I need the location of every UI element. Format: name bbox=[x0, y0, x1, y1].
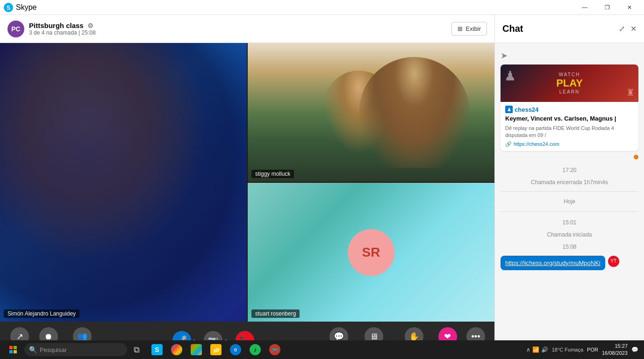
title-bar: S Skype — ❐ ✕ bbox=[0, 0, 644, 15]
close-chat-button[interactable]: ✕ bbox=[630, 24, 637, 33]
minimize-button[interactable]: — bbox=[574, 0, 595, 15]
participant-name-bottom-right: stuart rosenberg bbox=[251, 309, 300, 318]
divider-1 bbox=[501, 191, 638, 192]
chrome-taskbar-icon bbox=[171, 344, 182, 355]
titlebar-controls: — ❐ ✕ bbox=[574, 0, 640, 15]
app-container: PC Pittsburgh class ⚙ 3 de 4 na chamada … bbox=[0, 15, 644, 359]
video-tile-main: Simón Alejandro Languidey bbox=[0, 43, 247, 322]
taskbar-search[interactable]: 🔍 Pesquisar bbox=[24, 343, 127, 356]
chess-ad-image: WATCH PLAY LEARN ♟ ♜ bbox=[501, 65, 638, 102]
call-status: 3 de 4 na chamada | 25:08 bbox=[29, 29, 96, 36]
taskbar-right: ∧ 📶 🔊 18°C Fumaça POR 15:27 16/08/2023 💬 bbox=[526, 343, 642, 357]
call-header-left: PC Pittsburgh class ⚙ 3 de 4 na chamada … bbox=[7, 21, 96, 37]
chat-panel: Chat ⤢ ✕ ➤ WATCH PLAY LEARN ♟ ♜ bbox=[494, 15, 644, 359]
time-label-2: 15:01 bbox=[501, 219, 638, 226]
call-status-2: Chamada iniciada bbox=[501, 231, 638, 238]
taskbar-spotify-app[interactable]: ♪ bbox=[246, 340, 265, 359]
chess24-icon: ♟ bbox=[505, 106, 513, 113]
expand-chat-button[interactable]: ⤢ bbox=[619, 24, 625, 33]
taskbar-store-app[interactable] bbox=[187, 340, 206, 359]
chess-ad-title: Keymer, Vincent vs. Carlsen, Magnus | bbox=[505, 115, 634, 123]
date-label: Hoje bbox=[501, 197, 638, 206]
language-indicator: POR bbox=[587, 347, 598, 352]
start-button[interactable] bbox=[2, 340, 24, 359]
video-bg-right-bottom: SR bbox=[248, 183, 494, 322]
call-area: PC Pittsburgh class ⚙ 3 de 4 na chamada … bbox=[0, 15, 494, 359]
store-taskbar-icon bbox=[191, 344, 202, 355]
skype-logo-icon: S bbox=[4, 3, 13, 12]
search-icon: 🔍 bbox=[29, 346, 37, 353]
network-icon[interactable]: 📶 bbox=[532, 346, 539, 353]
task-view-icon: ⧉ bbox=[134, 345, 140, 355]
skype-taskbar-icon: S bbox=[151, 344, 163, 355]
participant-name-top-right: stiggy molluck bbox=[251, 170, 294, 178]
chess-ad-link[interactable]: 🔗 https://chess24.com bbox=[505, 141, 634, 147]
chat-messages: ➤ WATCH PLAY LEARN ♟ ♜ ♟ chess24 K bbox=[495, 43, 644, 339]
video-grid: Simón Alejandro Languidey stiggy molluck… bbox=[0, 43, 494, 322]
call-status-1: Chamada encerrada 1h7min4s bbox=[501, 179, 638, 186]
call-header: PC Pittsburgh class ⚙ 3 de 4 na chamada … bbox=[0, 15, 494, 43]
send-icon-area: ➤ bbox=[501, 49, 508, 61]
spotify-taskbar-icon: ♪ bbox=[250, 344, 261, 355]
taskbar-skype-app[interactable]: S bbox=[148, 340, 166, 359]
edge-taskbar-icon: e bbox=[230, 344, 241, 355]
call-info: Pittsburgh class ⚙ 3 de 4 na chamada | 2… bbox=[29, 22, 96, 36]
gear-icon[interactable]: ⚙ bbox=[87, 22, 93, 29]
svg-rect-4 bbox=[9, 350, 13, 353]
taskbar-chrome-app[interactable] bbox=[167, 340, 186, 359]
message-avatar: YT bbox=[608, 256, 619, 267]
link-icon: 🔗 bbox=[505, 141, 512, 147]
avatar: PC bbox=[7, 21, 24, 37]
taskbar-apps: S 📁 e ♪ 🎮 bbox=[148, 340, 284, 359]
search-text: Pesquisar bbox=[40, 346, 67, 353]
grid-icon: ⊞ bbox=[458, 25, 463, 32]
close-button[interactable]: ✕ bbox=[619, 0, 640, 15]
video-tile-top-right: stiggy molluck bbox=[248, 43, 494, 182]
video-tile-bottom-right: SR stuart rosenberg bbox=[248, 183, 494, 322]
taskbar: 🔍 Pesquisar ⧉ S 📁 e ♪ 🎮 bbox=[0, 340, 644, 359]
titlebar-left: S Skype bbox=[4, 3, 36, 12]
task-view-button[interactable]: ⧉ bbox=[127, 340, 146, 359]
chat-title: Chat bbox=[502, 23, 523, 34]
participant-name-main: Simón Alejandro Languidey bbox=[4, 309, 79, 318]
chat-header-actions: ⤢ ✕ bbox=[619, 24, 637, 33]
notification-icon[interactable]: 💬 bbox=[631, 346, 638, 353]
other-taskbar-icon: 🎮 bbox=[269, 344, 280, 355]
video-bg-main bbox=[0, 43, 247, 322]
system-tray: ∧ 📶 🔊 bbox=[526, 346, 548, 353]
time-label-1: 17:20 bbox=[501, 167, 638, 173]
participant-avatar-sr: SR bbox=[348, 229, 394, 276]
files-taskbar-icon: 📁 bbox=[210, 344, 222, 355]
video-bg-right-top bbox=[248, 43, 494, 182]
weather-indicator: 18°C Fumaça bbox=[552, 347, 583, 352]
exibir-button[interactable]: ⊞ Exibir bbox=[451, 22, 487, 36]
lichess-link[interactable]: https://lichess.org/study/muMpoNKi bbox=[505, 259, 601, 266]
chess-ad-desc: Dê replay na partida FIDE World Cup Roda… bbox=[505, 125, 634, 139]
taskbar-time[interactable]: 15:27 16/08/2023 bbox=[602, 343, 628, 357]
taskbar-other-app[interactable]: 🎮 bbox=[265, 340, 284, 359]
chat-header: Chat ⤢ ✕ bbox=[495, 15, 644, 43]
maximize-button[interactable]: ❐ bbox=[596, 0, 618, 15]
chess24-logo: ♟ chess24 bbox=[505, 106, 634, 113]
chess-ad-card[interactable]: WATCH PLAY LEARN ♟ ♜ ♟ chess24 Keymer, V… bbox=[501, 65, 638, 151]
orange-indicator bbox=[634, 155, 638, 159]
svg-text:S: S bbox=[7, 5, 10, 11]
time-label-3: 15:08 bbox=[501, 244, 638, 250]
svg-rect-2 bbox=[9, 346, 13, 349]
windows-icon bbox=[9, 346, 17, 353]
svg-rect-5 bbox=[14, 350, 17, 353]
divider-2 bbox=[501, 211, 638, 212]
chevron-up-icon[interactable]: ∧ bbox=[526, 346, 530, 353]
svg-rect-3 bbox=[14, 346, 17, 349]
person-overlay bbox=[0, 43, 247, 322]
chat-message-link: https://lichess.org/study/muMpoNKi bbox=[501, 256, 605, 270]
volume-icon[interactable]: 🔊 bbox=[541, 346, 548, 353]
call-name: Pittsburgh class ⚙ bbox=[29, 22, 96, 29]
app-title: Skype bbox=[16, 3, 36, 12]
taskbar-edge-app[interactable]: e bbox=[226, 340, 245, 359]
chess-ad-body: ♟ chess24 Keymer, Vincent vs. Carlsen, M… bbox=[501, 102, 638, 151]
taskbar-files-app[interactable]: 📁 bbox=[207, 340, 225, 359]
send-icon: ➤ bbox=[501, 51, 508, 60]
